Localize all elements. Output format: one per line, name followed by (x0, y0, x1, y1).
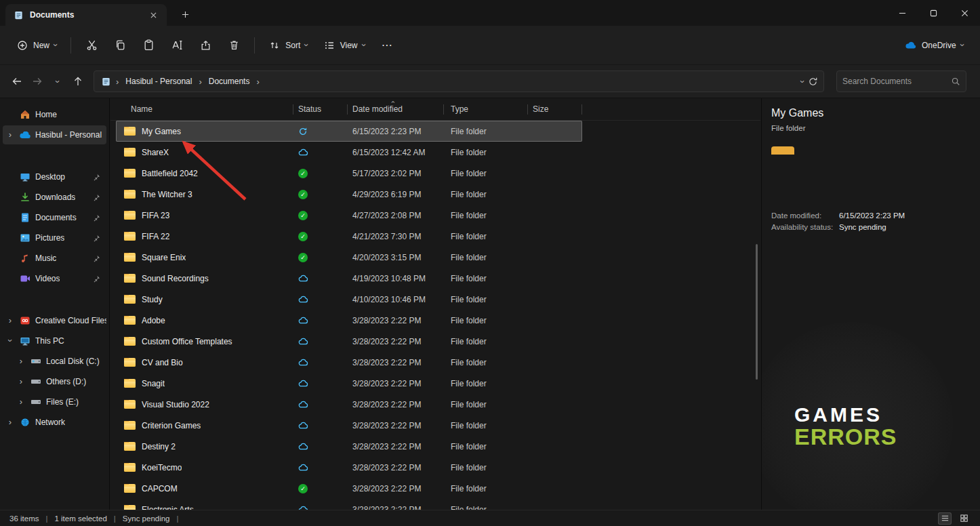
large-icons-view-toggle[interactable] (957, 512, 971, 525)
table-row[interactable]: Custom Office Templates 3/28/2023 2:22 P… (116, 331, 582, 352)
sidebar-item-network[interactable]: Network (3, 413, 106, 432)
file-name: Study (142, 295, 163, 304)
details-view-toggle[interactable] (938, 512, 952, 525)
table-row[interactable]: Square Enix ✓ 4/20/2023 3:15 PM File fol… (116, 247, 582, 268)
table-row[interactable]: Criterion Games 3/28/2023 2:22 PM File f… (116, 415, 582, 436)
recent-locations-button[interactable] (47, 71, 68, 92)
onedrive-button[interactable]: OneDrive (898, 34, 971, 57)
minimize-button[interactable] (886, 0, 918, 26)
table-row[interactable]: My Games 6/15/2023 2:23 PM File folder (116, 121, 582, 142)
sort-button[interactable]: Sort (262, 34, 314, 57)
rename-button[interactable] (163, 34, 190, 57)
expand-chevron-icon[interactable] (16, 397, 26, 407)
new-tab-button[interactable] (176, 6, 194, 22)
table-row[interactable]: FIFA 23 ✓ 4/27/2023 2:08 PM File folder (116, 205, 582, 226)
sidebar-item-label: Downloads (35, 193, 75, 202)
sidebar-item-pictures[interactable]: Pictures (3, 228, 106, 247)
sidebar-item-music[interactable]: Music (3, 249, 106, 268)
vertical-scrollbar[interactable] (756, 244, 758, 380)
search-input[interactable] (842, 77, 951, 86)
expand-chevron-icon[interactable] (16, 377, 26, 386)
file-name-cell: Criterion Games (116, 421, 293, 430)
cut-button[interactable] (78, 34, 105, 57)
table-row[interactable]: The Witcher 3 ✓ 4/29/2023 6:19 PM File f… (116, 184, 582, 205)
file-status-icon: ✓ (298, 484, 308, 493)
table-row[interactable]: Adobe 3/28/2023 2:22 PM File folder (116, 310, 582, 331)
sidebar-item-others-d[interactable]: Others (D:) (14, 372, 106, 391)
file-status-cell (293, 294, 348, 304)
titlebar: Documents (0, 0, 980, 26)
column-header-name[interactable]: Name (116, 98, 293, 120)
delete-button[interactable] (220, 34, 247, 57)
sidebar-item-videos[interactable]: Videos (3, 269, 106, 288)
file-name-cell: Square Enix (116, 253, 293, 262)
table-row[interactable]: Study 4/10/2023 10:46 PM File folder (116, 289, 582, 310)
sidebar-item-local-disk-c[interactable]: Local Disk (C:) (14, 352, 106, 371)
table-row[interactable]: Snagit 3/28/2023 2:22 PM File folder (116, 373, 582, 394)
column-header-size[interactable]: Size (528, 98, 582, 120)
breadcrumb-item[interactable]: Hasibul - Personal (123, 75, 195, 87)
folder-icon (124, 358, 136, 367)
toolbar-divider (70, 37, 71, 54)
sidebar-item-onedrive[interactable]: Hasibul - Personal (3, 125, 106, 144)
file-type: File folder (444, 253, 528, 262)
sidebar-item-files-e[interactable]: Files (E:) (14, 392, 106, 411)
table-row[interactable]: FIFA 22 ✓ 4/21/2023 7:30 PM File folder (116, 226, 582, 247)
up-button[interactable] (68, 71, 88, 92)
collapse-chevron-icon[interactable] (5, 336, 15, 346)
file-name-cell: Adobe (116, 316, 293, 325)
status-separator: | (177, 514, 179, 523)
column-header-status[interactable]: Status (293, 98, 348, 120)
breadcrumb-item[interactable]: Documents (206, 75, 253, 87)
downloads-icon (19, 191, 31, 203)
table-row[interactable]: Destiny 2 3/28/2023 2:22 PM File folder (116, 436, 582, 457)
expand-chevron-icon[interactable] (5, 316, 15, 325)
new-button[interactable]: New (9, 34, 64, 57)
tab-close-icon[interactable] (146, 8, 160, 22)
expand-chevron-icon[interactable] (5, 130, 15, 140)
address-dropdown-icon[interactable] (798, 80, 807, 83)
forward-button[interactable] (27, 71, 47, 92)
sidebar-item-downloads[interactable]: Downloads (3, 188, 106, 207)
paste-button[interactable] (135, 34, 162, 57)
sidebar-item-this-pc[interactable]: This PC (3, 331, 106, 350)
table-row[interactable]: Electronic Arts 3/28/2023 2:22 PM File f… (116, 499, 582, 510)
close-button[interactable] (949, 0, 980, 26)
table-row[interactable]: CV and Bio 3/28/2023 2:22 PM File folder (116, 352, 582, 373)
expand-chevron-icon[interactable] (5, 418, 15, 427)
breadcrumb-chevron-icon[interactable] (199, 77, 201, 86)
tab-documents[interactable]: Documents (5, 4, 167, 26)
details-properties: Date modified: 6/15/2023 2:23 PM Availab… (771, 211, 905, 231)
column-header-type[interactable]: Type (444, 98, 528, 120)
table-row[interactable]: Sound Recordings 4/19/2023 10:48 PM File… (116, 268, 582, 289)
refresh-button[interactable] (808, 77, 818, 87)
expand-chevron-icon[interactable] (16, 357, 26, 366)
sidebar-item-desktop[interactable]: Desktop (3, 167, 106, 186)
sidebar-item-creative-cloud[interactable]: Creative Cloud Files (3, 311, 106, 330)
table-row[interactable]: Visual Studio 2022 3/28/2023 2:22 PM Fil… (116, 394, 582, 415)
file-name: Destiny 2 (142, 442, 176, 451)
share-button[interactable] (192, 34, 219, 57)
back-button[interactable] (7, 71, 27, 92)
breadcrumb-chevron-icon[interactable] (256, 77, 259, 86)
sidebar-item-label: Documents (35, 213, 77, 222)
sidebar-item-home[interactable]: Home (3, 105, 106, 124)
table-row[interactable]: ShareX 6/15/2023 12:42 AM File folder (116, 142, 582, 163)
column-header-date-modified[interactable]: Date modified (348, 98, 444, 120)
table-row[interactable]: CAPCOM ✓ 3/28/2023 2:22 PM File folder (116, 478, 582, 499)
videos-icon (19, 272, 31, 285)
file-name-cell: Sound Recordings (116, 274, 293, 283)
more-options-button[interactable] (373, 34, 401, 57)
table-row[interactable]: KoeiTecmo 3/28/2023 2:22 PM File folder (116, 457, 582, 478)
file-status-icon: ✓ (298, 211, 308, 220)
table-row[interactable]: Battlefield 2042 ✓ 5/17/2023 2:02 PM Fil… (116, 163, 582, 184)
search-icon[interactable] (951, 77, 960, 86)
maximize-button[interactable] (918, 0, 949, 26)
availability-value: Sync pending (836, 223, 905, 231)
address-bar[interactable]: Hasibul - Personal Documents (94, 70, 824, 92)
sidebar-item-documents[interactable]: Documents (3, 208, 106, 227)
file-type: File folder (444, 211, 528, 220)
copy-button[interactable] (106, 34, 134, 57)
view-button[interactable]: View (317, 34, 372, 57)
file-status-icon (298, 127, 308, 136)
